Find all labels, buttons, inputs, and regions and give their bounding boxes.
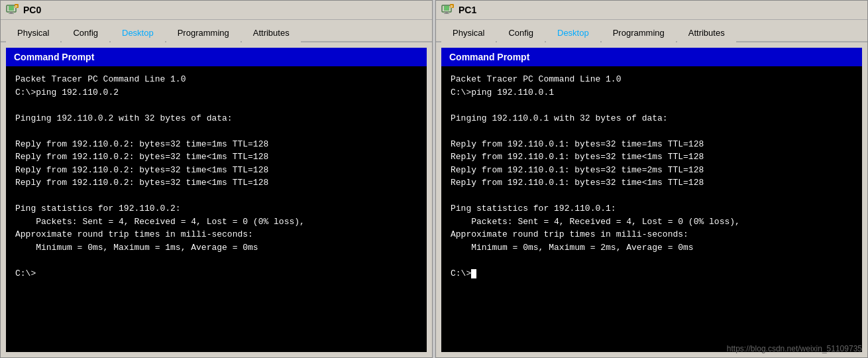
pc1-terminal[interactable]: Packet Tracer PC Command Line 1.0 C:\>pi… [441, 66, 862, 352]
svg-rect-3 [9, 13, 14, 14]
pc0-window: P PC0 Physical Config Desktop Programmin… [0, 0, 433, 358]
tab-pc1-attributes[interactable]: Attributes [677, 24, 736, 42]
pc0-icon: P [6, 3, 19, 17]
pc0-title: PC0 [23, 5, 41, 15]
pc0-tab-bar: Physical Config Desktop Programming Attr… [1, 20, 432, 42]
pc1-icon: P [441, 3, 455, 17]
terminal-cursor [471, 269, 476, 278]
svg-rect-9 [444, 13, 449, 14]
pc1-titlebar: P PC1 [436, 1, 867, 20]
tab-pc0-programming[interactable]: Programming [166, 24, 241, 42]
tab-pc1-physical[interactable]: Physical [441, 24, 496, 42]
pc1-window: P PC1 Physical Config Desktop Programmin… [435, 0, 868, 358]
svg-rect-2 [10, 12, 13, 13]
tab-pc1-programming[interactable]: Programming [602, 24, 676, 42]
pc0-command-prompt-header: Command Prompt [6, 48, 427, 66]
svg-rect-8 [445, 12, 448, 13]
pc0-titlebar: P PC0 [1, 1, 432, 20]
svg-rect-7 [444, 6, 449, 11]
pc0-terminal[interactable]: Packet Tracer PC Command Line 1.0 C:\>pi… [6, 66, 427, 352]
tab-pc0-attributes[interactable]: Attributes [242, 24, 301, 42]
pc1-content: Command Prompt Packet Tracer PC Command … [436, 42, 867, 357]
watermark: https://blog.csdn.net/weixin_51109735 [727, 344, 862, 353]
tab-pc1-desktop[interactable]: Desktop [546, 24, 600, 42]
tab-pc0-physical[interactable]: Physical [6, 24, 60, 42]
svg-rect-1 [9, 6, 14, 11]
tab-pc0-desktop[interactable]: Desktop [111, 24, 165, 42]
tab-pc1-config[interactable]: Config [497, 24, 545, 42]
pc1-title: PC1 [459, 5, 476, 15]
tab-pc0-config[interactable]: Config [62, 24, 109, 42]
pc1-tab-bar: Physical Config Desktop Programming Attr… [436, 20, 867, 42]
pc0-content: Command Prompt Packet Tracer PC Command … [1, 42, 432, 357]
pc1-command-prompt-header: Command Prompt [441, 48, 862, 66]
